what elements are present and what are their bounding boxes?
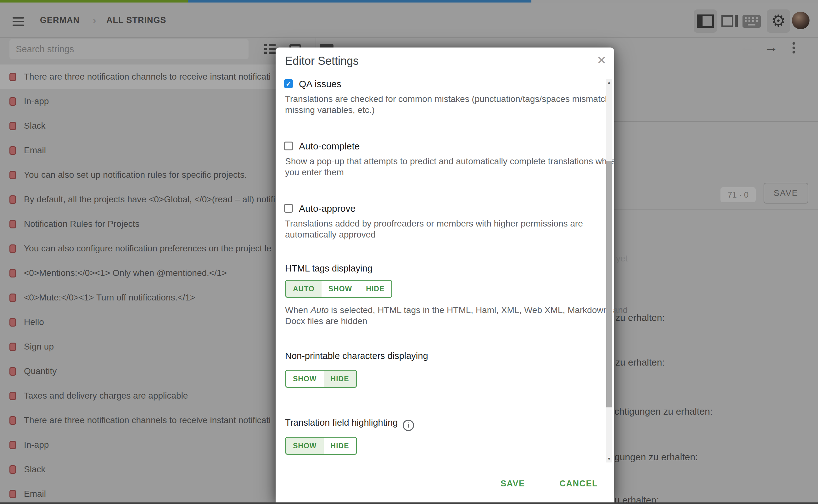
string-text: You can also set up notification rules f…: [24, 163, 247, 187]
previous-string-icon[interactable]: ←: [740, 38, 754, 55]
string-list-item[interactable]: Email: [0, 482, 316, 504]
string-list-item[interactable]: You can also configure notification pref…: [0, 236, 316, 261]
string-list-item[interactable]: Notification Rules for Projects: [0, 212, 316, 236]
string-text: You can also configure notification pref…: [24, 236, 272, 261]
string-text: Taxes and delivery charges are applicabl…: [24, 384, 188, 408]
breadcrumb-section[interactable]: ALL STRINGS: [106, 3, 166, 38]
progress-segment-remaining: [531, 0, 818, 3]
string-status-icon: [9, 367, 16, 376]
string-text: Notification Rules for Projects: [24, 212, 139, 236]
string-text: <0>Mute:</0><1> Turn off notifications.<…: [24, 285, 195, 310]
string-status-icon: [9, 441, 16, 449]
bottom-strip: [0, 502, 818, 504]
html-tags-segmented-control: AUTOSHOWHIDE: [285, 280, 392, 298]
segment-option-hide[interactable]: HIDE: [324, 371, 356, 387]
string-status-icon: [9, 318, 16, 327]
string-list-item[interactable]: There are three notification channels to…: [0, 64, 316, 89]
list-view-icon[interactable]: [264, 44, 276, 54]
auto-approve-checkbox[interactable]: [284, 204, 293, 213]
save-button[interactable]: SAVE: [501, 479, 525, 489]
settings-gear-icon[interactable]: ⚙︎: [767, 9, 790, 33]
string-text: In-app: [24, 89, 49, 114]
top-bar: GERMAN › ALL STRINGS ⚙︎: [0, 3, 818, 38]
cancel-button[interactable]: CANCEL: [560, 479, 598, 489]
qa-issues-checkbox[interactable]: [284, 79, 293, 88]
close-icon[interactable]: ×: [597, 53, 606, 68]
string-text: Email: [24, 138, 46, 163]
translation-save-button[interactable]: SAVE: [764, 183, 808, 204]
string-status-icon: [9, 195, 16, 204]
segment-option-hide[interactable]: HIDE: [324, 438, 356, 454]
string-text: In-app: [24, 433, 49, 457]
dialog-scrollbar[interactable]: ▲ ▼: [606, 79, 612, 462]
next-string-icon[interactable]: →: [764, 38, 778, 55]
string-list-item[interactable]: In-app: [0, 89, 316, 114]
string-status-icon: [9, 392, 16, 400]
string-list-item[interactable]: Slack: [0, 457, 316, 482]
menu-icon[interactable]: [13, 17, 24, 26]
strings-panel: There are three notification channels to…: [0, 38, 316, 504]
segment-option-show[interactable]: SHOW: [286, 371, 324, 387]
string-text: Hello: [24, 310, 44, 334]
background-text: zu erhalten:: [615, 357, 665, 368]
string-list-item[interactable]: You can also set up notification rules f…: [0, 163, 316, 187]
string-list-item[interactable]: <0>Mute:</0><1> Turn off notifications.<…: [0, 285, 316, 310]
string-list-item[interactable]: Email: [0, 138, 316, 163]
string-list-item[interactable]: By default, all the projects have <0>Glo…: [0, 187, 316, 212]
string-status-icon: [9, 343, 16, 351]
string-text: There are three notification channels to…: [24, 408, 271, 433]
info-icon[interactable]: i: [403, 420, 414, 431]
string-list-item[interactable]: Slack: [0, 114, 316, 138]
string-text: Sign up: [24, 334, 54, 359]
right-panel-layout-icon[interactable]: [721, 15, 738, 27]
segment-option-show[interactable]: SHOW: [286, 438, 324, 454]
dialog-title: Editor Settings: [285, 54, 359, 68]
scrollbar-thumb[interactable]: [606, 161, 612, 407]
field-highlighting-heading: Translation field highlightingi: [285, 417, 414, 431]
background-text: yet: [616, 254, 628, 264]
editor-settings-dialog: Editor Settings × QA issues Translations…: [276, 48, 614, 502]
string-list-item[interactable]: In-app: [0, 433, 316, 457]
character-counter: 71 · 0: [720, 187, 756, 202]
auto-complete-checkbox[interactable]: [284, 142, 293, 150]
non-printable-heading: Non-printable characters displaying: [285, 351, 428, 361]
string-status-icon: [9, 294, 16, 302]
dialog-footer: SAVE CANCEL: [276, 476, 614, 491]
auto-approve-label: Auto-approve: [299, 203, 356, 214]
string-list-item[interactable]: Quantity: [0, 359, 316, 384]
string-list-item[interactable]: Sign up: [0, 334, 316, 359]
scroll-up-icon[interactable]: ▲: [606, 79, 612, 86]
string-text: By default, all the projects have <0>Glo…: [24, 187, 275, 212]
left-panel-layout-icon: [697, 14, 714, 28]
scroll-down-icon[interactable]: ▼: [606, 455, 612, 462]
progress-segment-approved: [188, 0, 531, 3]
string-status-icon: [9, 269, 16, 277]
string-list-item[interactable]: Taxes and delivery charges are applicabl…: [0, 384, 316, 408]
qa-issues-description: Translations are checked for common mist…: [285, 93, 612, 115]
segment-option-show[interactable]: SHOW: [322, 281, 359, 297]
string-list-item[interactable]: <0>Mentions:</0><1> Only when @mentioned…: [0, 261, 316, 285]
string-text: Quantity: [24, 359, 57, 384]
auto-complete-label: Auto-complete: [299, 141, 360, 152]
breadcrumb-separator-icon: ›: [93, 3, 97, 38]
string-list-item[interactable]: There are three notification channels to…: [0, 408, 316, 433]
html-tags-heading: HTML tags displaying: [285, 263, 373, 274]
keyboard-shortcuts-icon[interactable]: [742, 15, 761, 28]
string-status-icon: [9, 465, 16, 474]
string-text: Slack: [24, 457, 45, 482]
segment-option-hide[interactable]: HIDE: [359, 281, 391, 297]
string-status-icon: [9, 171, 16, 179]
segment-option-auto[interactable]: AUTO: [286, 281, 322, 297]
search-input[interactable]: [9, 39, 249, 59]
string-text: Email: [24, 482, 46, 504]
string-status-icon: [9, 97, 16, 106]
string-status-icon: [9, 220, 16, 228]
field-highlighting-segmented-control: SHOWHIDE: [285, 437, 357, 455]
progress-segment-translated: [0, 0, 188, 3]
string-status-icon: [9, 490, 16, 498]
html-tags-description: When Auto is selected, HTML tags in the …: [285, 305, 628, 327]
breadcrumb-language[interactable]: GERMAN: [40, 3, 80, 38]
avatar[interactable]: [792, 12, 810, 29]
string-list-item[interactable]: Hello: [0, 310, 316, 334]
more-options-icon[interactable]: [793, 42, 795, 55]
